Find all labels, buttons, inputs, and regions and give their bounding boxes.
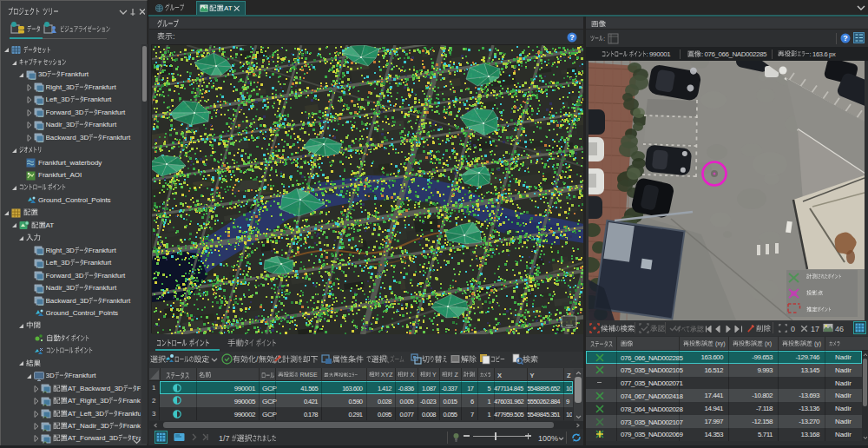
svg-text:?: ? <box>843 34 848 43</box>
svg-text:?: ? <box>569 33 575 42</box>
